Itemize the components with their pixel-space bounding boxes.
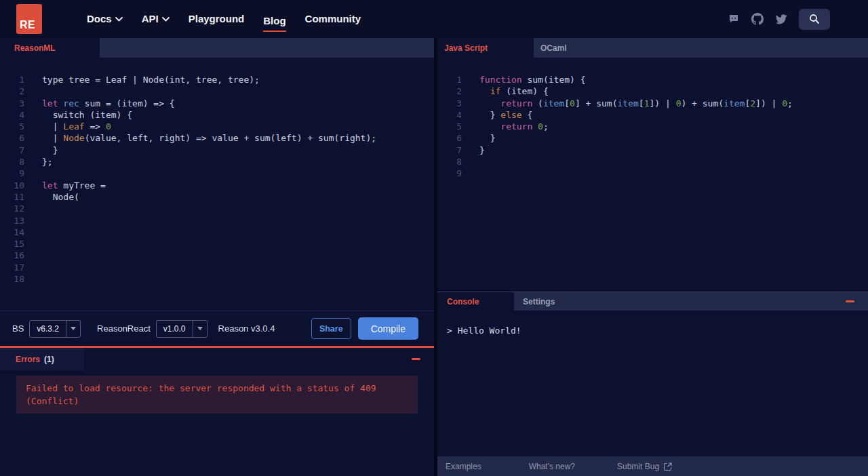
chevron-down-icon bbox=[193, 321, 207, 337]
nav-item-community[interactable]: Community bbox=[305, 10, 361, 28]
code-text: return 0; bbox=[462, 121, 549, 132]
nav-links: Docs API Playground Blog Community bbox=[87, 10, 361, 28]
code-line[interactable]: 18 bbox=[0, 273, 434, 285]
code-text: let myTree = bbox=[24, 180, 106, 191]
code-line[interactable]: 10let myTree = bbox=[0, 180, 434, 191]
line-number: 14 bbox=[0, 226, 24, 238]
line-number: 9 bbox=[437, 167, 462, 179]
code-line[interactable]: 16 bbox=[0, 250, 434, 261]
reasonreact-version-select[interactable]: v1.0.0 bbox=[156, 320, 208, 338]
reason-logo[interactable]: RE bbox=[16, 4, 42, 34]
code-line[interactable]: 9 bbox=[0, 167, 434, 179]
javascript-output-editor[interactable]: 1function sum(item) {2 if (item) {3 retu… bbox=[437, 58, 868, 292]
tab-ocaml[interactable]: OCaml bbox=[534, 38, 632, 58]
nav-item-playground[interactable]: Playground bbox=[189, 10, 245, 28]
code-text: | Node(value, left, right) => value + su… bbox=[24, 132, 376, 144]
code-line[interactable]: 3 return (item[0] + sum(item[1]) | 0) + … bbox=[437, 98, 868, 109]
line-number: 4 bbox=[0, 109, 24, 121]
nav-item-docs[interactable]: Docs bbox=[87, 10, 123, 28]
compile-button[interactable]: Compile bbox=[358, 317, 418, 340]
code-line[interactable]: 4 } else { bbox=[437, 109, 868, 121]
tab-console[interactable]: Console bbox=[437, 292, 514, 311]
code-text: } bbox=[462, 132, 495, 144]
line-number: 17 bbox=[0, 262, 24, 273]
line-number: 2 bbox=[437, 85, 462, 97]
code-line[interactable]: 14 bbox=[0, 226, 434, 238]
code-text: let rec sum = (item) => { bbox=[24, 98, 175, 109]
code-text: switch (item) { bbox=[24, 109, 132, 121]
code-line[interactable]: 11 Node( bbox=[0, 191, 434, 203]
line-number: 15 bbox=[0, 238, 24, 250]
code-text bbox=[24, 262, 42, 273]
line-number: 5 bbox=[437, 121, 462, 132]
collapse-errors-icon[interactable] bbox=[412, 358, 420, 360]
tab-javascript[interactable]: Java Script bbox=[437, 38, 534, 58]
chevron-down-icon bbox=[66, 321, 80, 337]
code-line[interactable]: 1type tree = Leaf | Node(int, tree, tree… bbox=[0, 74, 434, 85]
line-number: 7 bbox=[0, 144, 24, 156]
playground-main: ReasonML 1type tree = Leaf | Node(int, t… bbox=[0, 38, 868, 476]
line-number: 2 bbox=[0, 85, 24, 97]
search-button[interactable] bbox=[799, 9, 830, 30]
code-line[interactable]: 13 bbox=[0, 215, 434, 226]
discord-icon[interactable] bbox=[728, 13, 740, 25]
code-line[interactable]: 15 bbox=[0, 238, 434, 250]
output-panel: Java Script OCaml 1function sum(item) {2… bbox=[437, 38, 868, 476]
code-text: Node( bbox=[24, 191, 79, 203]
reason-version-label: Reason v3.0.4 bbox=[218, 323, 275, 334]
nav-item-api[interactable]: API bbox=[142, 10, 170, 28]
line-number: 6 bbox=[437, 132, 462, 144]
reasonreact-label: ReasonReact bbox=[97, 323, 151, 334]
code-line[interactable]: 1function sum(item) { bbox=[437, 74, 868, 85]
code-line[interactable]: 2 bbox=[0, 85, 434, 97]
code-line[interactable]: 3let rec sum = (item) => { bbox=[0, 98, 434, 109]
code-line[interactable]: 5 return 0; bbox=[437, 121, 868, 132]
chevron-down-icon bbox=[115, 17, 123, 22]
twitter-icon[interactable] bbox=[775, 13, 787, 25]
line-number: 1 bbox=[437, 74, 462, 85]
code-text: }; bbox=[24, 156, 53, 167]
share-button[interactable]: Share bbox=[311, 318, 351, 339]
top-navbar: RE Docs API Playground Blog Community bbox=[0, 0, 868, 38]
reason-panel: ReasonML 1type tree = Leaf | Node(int, t… bbox=[0, 38, 434, 476]
footer-link-submit-bug[interactable]: Submit Bug bbox=[617, 462, 672, 471]
code-line[interactable]: 2 if (item) { bbox=[437, 85, 868, 97]
errors-header: Errors (1) bbox=[0, 348, 434, 370]
reason-tabbar: ReasonML bbox=[0, 38, 434, 58]
compile-toolbar: BS v6.3.2 ReasonReact v1.0.0 Reason v3.0… bbox=[0, 311, 434, 346]
code-line[interactable]: 7} bbox=[437, 144, 868, 156]
code-text: if (item) { bbox=[462, 85, 549, 97]
code-line[interactable]: 4 switch (item) { bbox=[0, 109, 434, 121]
chevron-down-icon bbox=[162, 17, 170, 22]
code-line[interactable]: 9 bbox=[437, 167, 868, 179]
tab-settings[interactable]: Settings bbox=[514, 292, 555, 311]
code-line[interactable]: 6 | Node(value, left, right) => value + … bbox=[0, 132, 434, 144]
bs-version-select[interactable]: v6.3.2 bbox=[29, 320, 81, 338]
tab-errors[interactable]: Errors (1) bbox=[0, 348, 84, 370]
collapse-console-icon[interactable] bbox=[846, 300, 854, 302]
errors-body: Failed to load resource: the server resp… bbox=[0, 370, 434, 476]
code-text: | Leaf => 0 bbox=[24, 121, 111, 132]
code-line[interactable]: 17 bbox=[0, 262, 434, 273]
line-number: 7 bbox=[437, 144, 462, 156]
errors-count-badge: (1) bbox=[44, 355, 54, 364]
error-message: Failed to load resource: the server resp… bbox=[16, 376, 418, 414]
code-line[interactable]: 12 bbox=[0, 203, 434, 214]
footer-link-whats-new[interactable]: What's new? bbox=[529, 462, 575, 471]
playground-footer: Examples What's new? Submit Bug bbox=[437, 456, 868, 476]
code-line[interactable]: 6 } bbox=[437, 132, 868, 144]
code-text: type tree = Leaf | Node(int, tree, tree)… bbox=[24, 74, 260, 85]
code-text bbox=[462, 167, 479, 179]
footer-link-examples[interactable]: Examples bbox=[446, 462, 481, 471]
line-number: 12 bbox=[0, 203, 24, 214]
code-line[interactable]: 8 bbox=[437, 156, 868, 167]
code-line[interactable]: 8}; bbox=[0, 156, 434, 167]
code-line[interactable]: 7 } bbox=[0, 144, 434, 156]
github-icon[interactable] bbox=[751, 13, 764, 25]
code-line[interactable]: 5 | Leaf => 0 bbox=[0, 121, 434, 132]
nav-item-blog[interactable]: Blog bbox=[263, 12, 285, 32]
tab-reasonml[interactable]: ReasonML bbox=[0, 38, 100, 58]
console-output: > Hello World! bbox=[437, 311, 868, 456]
code-text bbox=[24, 215, 42, 226]
reason-code-editor[interactable]: 1type tree = Leaf | Node(int, tree, tree… bbox=[0, 58, 434, 311]
